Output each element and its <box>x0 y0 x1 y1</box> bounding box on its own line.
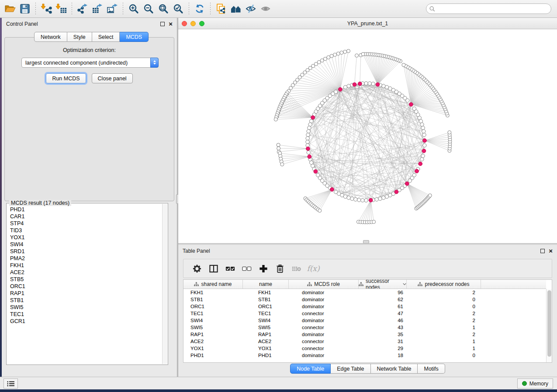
mcds-result-item[interactable]: RAP1 <box>10 290 162 297</box>
mcds-network-node[interactable] <box>353 83 356 86</box>
table-settings-icon[interactable] <box>189 261 205 276</box>
network-node[interactable] <box>428 194 432 197</box>
zoom-out-icon[interactable] <box>141 2 156 15</box>
new-network-from-selection-icon[interactable] <box>214 2 228 15</box>
network-node[interactable] <box>336 52 340 55</box>
network-node[interactable] <box>318 209 322 213</box>
mcds-result-item[interactable]: SRD1 <box>10 248 162 255</box>
close-panel-button[interactable]: Close panel <box>92 73 133 83</box>
tab-style[interactable]: Style <box>67 32 92 42</box>
network-node[interactable] <box>421 126 425 130</box>
network-node[interactable] <box>280 163 284 166</box>
mcds-result-item[interactable]: SWI5 <box>10 304 162 311</box>
node-table-scrollbar[interactable] <box>546 289 552 362</box>
tab-select[interactable]: Select <box>92 32 120 42</box>
mcds-network-node[interactable] <box>330 188 334 192</box>
network-node[interactable] <box>308 123 312 126</box>
mcds-network-node[interactable] <box>422 149 426 153</box>
network-node[interactable] <box>308 126 311 130</box>
network-node[interactable] <box>354 198 357 201</box>
delete-column-icon[interactable] <box>272 261 288 276</box>
mcds-result-item[interactable]: CAR1 <box>10 213 162 220</box>
memory-button[interactable]: Memory <box>517 378 553 389</box>
export-image-icon[interactable] <box>105 2 120 15</box>
network-node[interactable] <box>277 143 280 147</box>
network-node[interactable] <box>343 86 347 89</box>
table-row[interactable]: SWI5SWI5connector431 <box>183 324 546 331</box>
network-node[interactable] <box>448 131 451 134</box>
import-network-icon[interactable] <box>39 2 54 15</box>
apply-layout-icon[interactable] <box>192 2 207 15</box>
create-column-icon[interactable] <box>255 261 272 276</box>
mcds-network-node[interactable] <box>311 116 315 120</box>
tab-node-table[interactable]: Node Table <box>290 364 331 374</box>
network-node[interactable] <box>371 82 375 86</box>
close-panel-icon[interactable]: × <box>169 22 173 26</box>
column-header-predecessor-nodes[interactable]: predecessor nodes <box>407 280 481 289</box>
network-node[interactable] <box>423 144 426 147</box>
network-node[interactable] <box>422 130 426 133</box>
float-panel-icon[interactable] <box>540 249 545 253</box>
network-node[interactable] <box>412 173 416 177</box>
network-node[interactable] <box>422 133 426 137</box>
network-node[interactable] <box>347 49 350 53</box>
mcds-network-node[interactable] <box>415 169 419 173</box>
table-row[interactable]: PHD1PHD1dominator180 <box>183 352 546 359</box>
network-node[interactable] <box>420 158 424 161</box>
network-node[interactable] <box>307 151 310 154</box>
optimization-criterion-select[interactable]: largest connected component (undirected) <box>21 58 159 68</box>
network-node[interactable] <box>364 82 368 85</box>
network-node[interactable] <box>274 118 277 121</box>
first-neighbors-icon[interactable] <box>228 2 243 15</box>
mcds-network-node[interactable] <box>338 87 342 91</box>
search-box[interactable] <box>426 3 551 14</box>
table-row[interactable]: SWI4SWI4dominator462 <box>183 317 546 324</box>
zoom-selected-icon[interactable] <box>171 2 186 15</box>
mcds-network-node[interactable] <box>308 155 311 158</box>
column-header-shared-name[interactable]: shared name <box>183 280 243 289</box>
mcds-network-node[interactable] <box>419 162 422 166</box>
network-node[interactable] <box>306 137 309 140</box>
mcds-result-item[interactable]: PMA2 <box>10 255 162 262</box>
task-history-button[interactable] <box>3 378 18 389</box>
scrollbar-thumb[interactable] <box>547 290 551 357</box>
network-node[interactable] <box>355 54 359 57</box>
mcds-result-item[interactable]: FKH1 <box>10 262 162 269</box>
mcds-network-node[interactable] <box>405 182 409 186</box>
network-node[interactable] <box>421 154 425 158</box>
network-node[interactable] <box>402 63 405 67</box>
mcds-network-node[interactable] <box>306 147 310 151</box>
tab-network-table[interactable]: Network Table <box>371 364 418 374</box>
zoom-in-icon[interactable] <box>126 2 141 15</box>
show-column-panel-icon[interactable] <box>205 261 222 276</box>
deselect-all-columns-icon[interactable] <box>239 261 255 276</box>
network-node[interactable] <box>343 50 347 54</box>
save-session-icon[interactable] <box>17 2 32 15</box>
table-row[interactable]: YOX1YOX1connector291 <box>183 345 546 352</box>
column-header-successor-nodes[interactable]: successor nodes <box>359 280 407 289</box>
zoom-fit-icon[interactable] <box>156 2 171 15</box>
mcds-list-scrollbar[interactable] <box>162 204 167 364</box>
table-row[interactable]: ORC1ORC1dominator610 <box>183 303 546 310</box>
network-node[interactable] <box>277 147 280 150</box>
export-table-icon[interactable] <box>90 2 105 15</box>
table-row[interactable]: TEC1TEC1connector472 <box>183 310 546 317</box>
network-node[interactable] <box>340 51 343 55</box>
open-session-icon[interactable] <box>3 2 17 15</box>
mcds-network-node[interactable] <box>423 139 427 143</box>
table-row[interactable]: STB1STB1dominator620 <box>183 296 546 303</box>
network-node[interactable] <box>333 53 337 56</box>
mcds-result-item[interactable]: STB5 <box>10 276 162 283</box>
mcds-result-item[interactable]: ORC1 <box>10 283 162 290</box>
column-header-name[interactable]: name <box>243 280 289 289</box>
run-mcds-button[interactable]: Run MCDS <box>46 73 86 83</box>
mcds-network-node[interactable] <box>369 198 373 202</box>
table-row[interactable]: FKH1FKH1dominator962 <box>183 289 546 296</box>
mcds-result-item[interactable]: STP4 <box>10 220 162 227</box>
network-node[interactable] <box>361 52 365 56</box>
tab-edge-table[interactable]: Edge Table <box>331 364 370 374</box>
mcds-result-item[interactable]: TEC1 <box>10 311 162 318</box>
hide-selected-icon[interactable] <box>243 2 258 15</box>
export-network-icon[interactable] <box>75 2 90 15</box>
mcds-result-item[interactable]: PHD1 <box>10 206 162 213</box>
